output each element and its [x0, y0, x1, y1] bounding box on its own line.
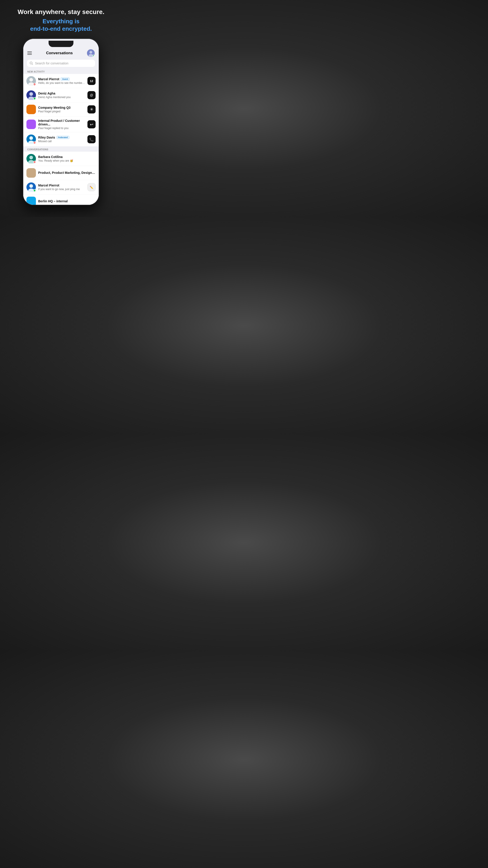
app-content: Conversations — [23, 47, 99, 205]
search-bar[interactable]: Search for conversation — [27, 60, 95, 67]
avatar — [26, 154, 36, 163]
avatar — [26, 90, 36, 100]
contact-name: Company Meeting Q3 — [38, 106, 70, 110]
conversation-content: Internal Product / Customer driven... Pa… — [38, 119, 85, 130]
avatar — [26, 182, 36, 192]
hero-section: Work anywhere, stay secure. Everything i… — [0, 0, 122, 38]
conversations-section-header: CONVERSATIONS — [23, 147, 99, 152]
list-item[interactable]: Internal Product / Customer driven... Pa… — [23, 117, 99, 132]
online-status-dot — [92, 55, 94, 57]
conversation-content: Riley Davis Federated Missed call — [38, 135, 85, 143]
conversation-content: Berlin HQ – internal — [38, 199, 96, 204]
menu-button[interactable] — [27, 52, 32, 55]
unread-badge: 12 — [88, 77, 96, 85]
svg-text:✏️: ✏️ — [90, 186, 94, 189]
conversation-content: Barbara Cotilina You: Ready when you are… — [38, 155, 96, 162]
list-item[interactable]: Marcel Pierrot Guest Hello, do you want … — [23, 74, 99, 88]
list-item[interactable]: Marcel Pierrot If you want to go now, ju… — [23, 180, 99, 194]
conversation-content: Marcel Pierrot Guest Hello, do you want … — [38, 77, 85, 85]
user-avatar[interactable] — [87, 49, 95, 57]
contact-name: Product, Product Marketing, Design… — [38, 171, 95, 175]
contact-name: Marcel Pierrot — [38, 77, 59, 81]
name-row: Company Meeting Q3 — [38, 106, 85, 110]
activity-badge: @ — [88, 91, 96, 99]
svg-text:↩: ↩ — [90, 123, 93, 127]
svg-line-4 — [32, 64, 33, 65]
svg-text:@: @ — [90, 93, 93, 97]
guest-badge: Guest — [61, 78, 70, 81]
message-preview: Missed call — [38, 140, 85, 143]
message-preview: Deniz Agha mentioned you — [38, 96, 85, 99]
activity-badge: ✏️ — [88, 183, 96, 191]
contact-name: Riley Davis — [38, 135, 55, 139]
svg-point-6 — [29, 78, 33, 82]
contact-name: Marcel Pierrot — [38, 184, 59, 187]
list-item[interactable]: Deniz Agha Deniz Agha mentioned you @ — [23, 88, 99, 102]
name-row: Product, Product Marketing, Design… — [38, 171, 96, 175]
name-row: Internal Product / Customer driven... — [38, 119, 85, 126]
hero-title: Work anywhere, stay secure. — [9, 8, 113, 16]
conversation-content: Product, Product Marketing, Design… — [38, 171, 96, 175]
name-row: Berlin HQ – internal — [38, 199, 96, 203]
svg-rect-26 — [34, 162, 35, 162]
svg-rect-20 — [34, 143, 35, 143]
activity-badge: ↩ — [88, 120, 96, 128]
message-preview: Paul Nagel pinged — [38, 110, 85, 113]
conversation-content: Marcel Pierrot If you want to go now, ju… — [38, 184, 85, 191]
name-row: Riley Davis Federated — [38, 135, 85, 139]
svg-text:📞: 📞 — [89, 137, 94, 142]
message-preview: Hello, do you want to see the number... — [38, 81, 85, 85]
hero-subtitle: Everything is end-to-end encrypted. — [9, 18, 113, 33]
svg-point-1 — [90, 51, 92, 54]
avatar — [26, 168, 36, 178]
contact-name: Barbara Cotilina — [38, 155, 63, 159]
phone-screen: Conversations — [23, 39, 99, 205]
avatar — [26, 134, 36, 144]
svg-point-24 — [29, 156, 33, 159]
notch — [48, 41, 73, 47]
list-item[interactable]: Product, Product Marketing, Design… — [23, 166, 99, 180]
message-preview: Paul Nagel replied to you — [38, 127, 85, 130]
name-row: Marcel Pierrot — [38, 184, 85, 187]
phone-device: Conversations — [23, 38, 99, 206]
list-item[interactable]: Company Meeting Q3 Paul Nagel pinged ✳ — [23, 102, 99, 117]
name-row: Deniz Agha — [38, 92, 85, 95]
avatar — [26, 197, 36, 205]
svg-point-18 — [29, 136, 33, 140]
message-preview: If you want to go now, just ping me — [38, 188, 85, 191]
federated-badge: Federated — [57, 136, 69, 139]
activity-badge: ✳ — [88, 105, 96, 114]
svg-rect-8 — [34, 84, 35, 85]
app-header: Conversations — [23, 47, 99, 59]
search-placeholder: Search for conversation — [35, 61, 68, 65]
conversations-list: Marcel Pierrot Guest Hello, do you want … — [23, 74, 99, 205]
list-item[interactable]: Berlin HQ – internal — [23, 194, 99, 205]
phone-frame: Conversations — [23, 38, 99, 217]
new-activity-header: NEW ACTIVITY — [23, 69, 99, 74]
conversation-content: Deniz Agha Deniz Agha mentioned you — [38, 92, 85, 99]
list-item[interactable]: Riley Davis Federated Missed call 📞 — [23, 132, 99, 147]
avatar — [26, 120, 36, 129]
avatar — [26, 76, 36, 86]
list-item[interactable]: Barbara Cotilina You: Ready when you are… — [23, 152, 99, 166]
svg-text:✳: ✳ — [90, 107, 93, 112]
notch-area — [23, 39, 99, 47]
avatar — [26, 105, 36, 114]
contact-name: Berlin HQ – internal — [38, 199, 68, 203]
name-row: Barbara Cotilina — [38, 155, 96, 159]
contact-name: Deniz Agha — [38, 92, 55, 95]
activity-badge: 📞 — [88, 135, 96, 143]
svg-point-28 — [29, 184, 33, 188]
name-row: Marcel Pierrot Guest — [38, 77, 85, 81]
search-icon — [30, 61, 33, 65]
header-title: Conversations — [46, 51, 73, 55]
svg-point-10 — [29, 92, 33, 96]
conversation-content: Company Meeting Q3 Paul Nagel pinged — [38, 106, 85, 113]
message-preview: You: Ready when you are 🥳 — [38, 159, 96, 162]
contact-name: Internal Product / Customer driven... — [38, 119, 85, 126]
